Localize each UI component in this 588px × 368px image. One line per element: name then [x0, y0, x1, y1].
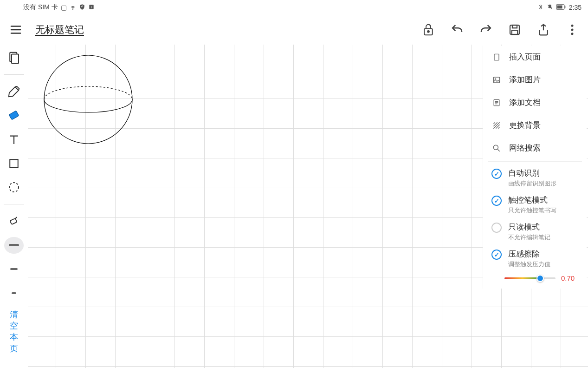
sphere-drawing	[42, 53, 135, 146]
pattern-icon	[491, 120, 502, 131]
menu-item-label: 更换背景	[509, 120, 541, 131]
status-time: 2:35	[569, 4, 582, 11]
svg-rect-25	[494, 54, 499, 60]
redo-button[interactable]	[475, 19, 497, 41]
menu-web-search[interactable]: 网络搜索	[483, 137, 587, 159]
weight-medium[interactable]	[4, 261, 24, 278]
pressure-slider-row: 0.70	[483, 271, 587, 284]
check-icon	[491, 169, 502, 179]
status-left: 没有 SIM 卡 ▢ i	[23, 3, 95, 12]
no-sim-text: 没有 SIM 卡	[23, 3, 58, 12]
svg-point-12	[571, 29, 574, 31]
menu-caret-icon	[570, 41, 578, 45]
menu-readonly-mode[interactable]: 只读模式 不允许编辑笔记	[483, 217, 587, 244]
undo-button[interactable]	[446, 19, 468, 41]
menu-item-label: 添加图片	[509, 74, 541, 85]
clear-char-3: 本	[10, 331, 18, 342]
hamburger-menu[interactable]	[5, 19, 27, 41]
eraser-tool[interactable]	[4, 107, 24, 124]
shield-icon	[79, 4, 85, 12]
svg-rect-19	[10, 218, 17, 224]
svg-point-20	[44, 55, 132, 144]
shape-tool[interactable]	[4, 155, 24, 172]
menu-insert-page[interactable]: 插入页面	[483, 46, 587, 68]
wifi-icon	[70, 4, 76, 12]
svg-rect-4	[557, 6, 562, 9]
note-title[interactable]: 无标题笔记	[35, 23, 84, 36]
weight-small[interactable]	[4, 285, 24, 302]
text-tool[interactable]	[4, 131, 24, 148]
opt-subtitle: 画线停留识别图形	[508, 179, 556, 188]
share-button[interactable]	[532, 19, 555, 41]
svg-rect-16	[9, 111, 19, 120]
menu-add-image[interactable]: 添加图片	[483, 68, 587, 91]
sim-icon: ▢	[61, 4, 67, 11]
status-bar: 没有 SIM 卡 ▢ i 2:35	[0, 0, 588, 15]
clear-char-1: 清	[10, 309, 18, 320]
menu-add-document[interactable]: 添加文档	[483, 91, 587, 114]
svg-point-29	[493, 145, 498, 150]
opt-title: 触控笔模式	[508, 195, 556, 205]
lock-button[interactable]	[417, 19, 439, 41]
menu-change-background[interactable]: 更换背景	[483, 114, 587, 137]
menu-pressure-erase[interactable]: 压感擦除 调整触发压力值	[483, 244, 587, 271]
opt-title: 压感擦除	[508, 249, 550, 259]
check-icon	[491, 250, 502, 260]
menu-item-label: 添加文档	[509, 97, 541, 108]
mute-icon	[547, 4, 553, 12]
svg-rect-10	[512, 30, 518, 34]
lasso-tool[interactable]	[4, 179, 24, 196]
pen-tool[interactable]	[4, 83, 24, 100]
search-icon	[491, 143, 502, 153]
page-icon	[491, 52, 502, 62]
radio-icon	[491, 223, 502, 233]
svg-point-13	[571, 33, 574, 35]
save-button[interactable]	[504, 19, 526, 41]
image-icon	[491, 75, 502, 85]
overflow-menu: 插入页面 添加图片 添加文档 更换背景 网络搜索 自动	[483, 46, 587, 289]
info-icon: i	[88, 4, 95, 12]
svg-rect-15	[12, 54, 19, 63]
svg-point-11	[571, 25, 574, 27]
page-tool[interactable]	[4, 49, 24, 66]
menu-item-label: 网络搜索	[509, 143, 541, 153]
side-toolbar: 清 空 本 页	[0, 45, 28, 368]
clear-page-button[interactable]: 清 空 本 页	[10, 309, 18, 354]
opt-subtitle: 只允许触控笔书写	[508, 206, 556, 215]
status-right: 2:35	[537, 4, 582, 12]
svg-point-7	[427, 31, 429, 33]
menu-auto-recognize[interactable]: 自动识别 画线停留识别图形	[483, 164, 587, 191]
pressure-slider[interactable]	[504, 277, 556, 279]
opt-title: 自动识别	[508, 168, 556, 178]
svg-rect-17	[10, 159, 18, 168]
weight-large[interactable]	[4, 237, 24, 254]
svg-rect-26	[493, 77, 499, 83]
doc-icon	[491, 98, 502, 108]
slider-thumb[interactable]	[536, 275, 544, 282]
svg-rect-5	[564, 6, 565, 8]
opt-subtitle: 调整触发压力值	[508, 260, 550, 269]
svg-point-18	[9, 183, 19, 192]
opt-title: 只读模式	[508, 222, 550, 232]
bluetooth-icon	[537, 4, 544, 12]
slider-value: 0.70	[561, 274, 575, 282]
more-button[interactable]	[561, 19, 583, 41]
menu-item-label: 插入页面	[509, 52, 541, 62]
clear-char-4: 页	[10, 343, 18, 354]
canvas[interactable]: 插入页面 添加图片 添加文档 更换背景 网络搜索 自动	[28, 45, 588, 368]
check-icon	[491, 196, 502, 206]
svg-rect-9	[512, 25, 517, 28]
clear-char-2: 空	[10, 320, 18, 331]
battery-icon	[556, 4, 566, 11]
menu-stylus-mode[interactable]: 触控笔模式 只允许触控笔书写	[483, 191, 587, 217]
topbar: 无标题笔记	[0, 15, 588, 45]
brush-tool[interactable]	[4, 213, 24, 230]
main-area: 清 空 本 页 插入页面 添加图片	[0, 45, 588, 368]
opt-subtitle: 不允许编辑笔记	[508, 233, 550, 242]
